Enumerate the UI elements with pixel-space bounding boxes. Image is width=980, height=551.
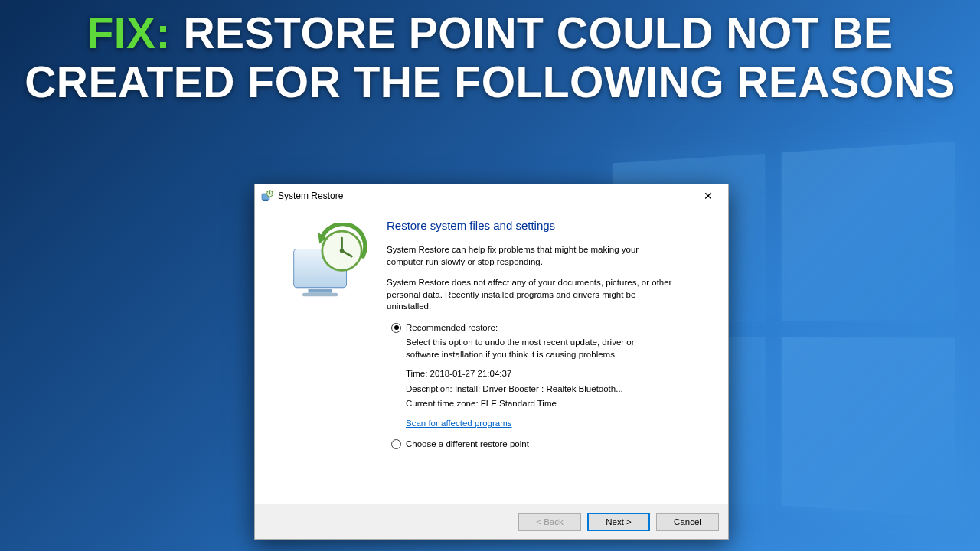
svg-point-11 bbox=[340, 249, 345, 253]
window-title: System Restore bbox=[278, 191, 691, 201]
option-recommended-label: Recommended restore: bbox=[406, 322, 498, 334]
titlebar: System Restore ✕ bbox=[255, 184, 728, 207]
radio-choose-different[interactable] bbox=[391, 439, 401, 449]
svg-rect-6 bbox=[309, 289, 332, 293]
system-restore-icon bbox=[261, 190, 273, 202]
restore-options: Recommended restore: Select this option … bbox=[387, 322, 711, 451]
restore-timezone: Current time zone: FLE Standard Time bbox=[391, 398, 711, 410]
svg-rect-1 bbox=[263, 200, 268, 201]
dialog-body: Restore system files and settings System… bbox=[255, 207, 728, 504]
dialog-content: Restore system files and settings System… bbox=[387, 218, 711, 496]
option-recommended-desc: Select this option to undo the most rece… bbox=[391, 337, 667, 360]
close-button[interactable]: ✕ bbox=[691, 185, 725, 207]
svg-rect-7 bbox=[302, 293, 338, 297]
scan-affected-programs-link[interactable]: Scan for affected programs bbox=[391, 418, 512, 430]
intro-paragraph-1: System Restore can help fix problems tha… bbox=[387, 244, 678, 268]
system-restore-dialog: System Restore ✕ bbox=[254, 184, 729, 540]
dialog-footer: < Back Next > Cancel bbox=[255, 504, 728, 539]
restore-illustration bbox=[272, 218, 387, 496]
next-button[interactable]: Next > bbox=[587, 513, 650, 531]
restore-time: Time: 2018-01-27 21:04:37 bbox=[391, 368, 711, 380]
option-choose-different[interactable]: Choose a different restore point bbox=[391, 439, 711, 451]
option-recommended[interactable]: Recommended restore: bbox=[391, 322, 711, 334]
dialog-heading: Restore system files and settings bbox=[387, 218, 711, 233]
radio-recommended[interactable] bbox=[391, 323, 401, 333]
intro-paragraph-2: System Restore does not affect any of yo… bbox=[387, 277, 678, 313]
headline-prefix: FIX: bbox=[87, 8, 171, 57]
thumbnail-headline: FIX: RESTORE POINT COULD NOT BE CREATED … bbox=[0, 9, 980, 107]
option-choose-label: Choose a different restore point bbox=[406, 439, 529, 451]
back-button: < Back bbox=[518, 513, 581, 531]
close-icon: ✕ bbox=[704, 190, 713, 202]
restore-description: Description: Install: Driver Booster : R… bbox=[391, 383, 711, 396]
cancel-button[interactable]: Cancel bbox=[656, 513, 719, 531]
